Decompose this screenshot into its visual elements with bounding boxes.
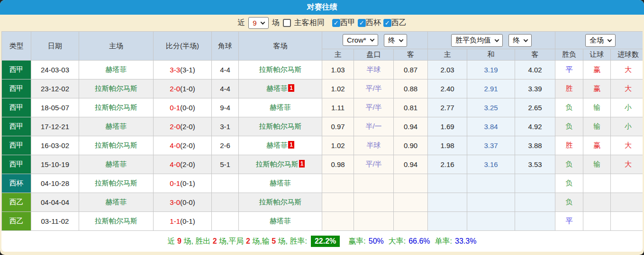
league-badge: 西乙 [2,212,31,231]
result-outcome: 平 [555,212,583,231]
avg-time-select[interactable]: 终 [508,34,532,47]
red-card-badge: 1 [288,141,294,149]
home-team[interactable]: 拉斯帕尔马斯 [79,98,154,117]
summary-record-text: 近 9 场, 胜出 2 场,平局 2 场,输 5 场, 胜率: [168,237,307,246]
league-checkbox-laliga[interactable]: ✓ [332,19,340,27]
period-select[interactable]: 全场 [585,34,616,47]
result-goals: 大 [611,79,643,98]
away-team[interactable]: 拉斯帕尔马斯1 [239,155,322,174]
odds-away [394,193,428,212]
fulltime-score: 3-3 [170,66,180,74]
chevron-down-icon [399,37,404,42]
stat-value: 66.6% [408,237,430,245]
odds-away: 0.94 [394,117,428,136]
league-badge: 西乙 [2,193,31,212]
home-team[interactable]: 拉斯帕尔马斯 [79,136,154,155]
away-team[interactable]: 赫塔菲 [239,212,322,231]
league-label-copa: 西杯 [366,18,381,28]
title-bar: 对赛往绩 [0,0,644,15]
home-team[interactable]: 赫塔菲 [79,117,154,136]
odds-away [394,212,428,231]
league-checkbox-copa[interactable]: ✓ [358,19,366,27]
avg-draw: 3.84 [467,117,515,136]
table-body: 西甲 24-03-03 赫塔菲 3-3(3-1) 4-4 拉斯帕尔马斯 1.03… [2,61,643,231]
table-row: 西甲 24-03-03 赫塔菲 3-3(3-1) 4-4 拉斯帕尔马斯 1.03… [2,61,643,79]
away-team[interactable]: 赫塔菲1 [239,136,322,155]
red-card-badge: 1 [288,84,294,92]
corner-score [212,193,239,212]
home-team[interactable]: 拉斯帕尔马斯 [79,212,154,231]
away-team[interactable]: 拉斯帕尔马斯 [239,61,322,79]
avg-time-select-value: 终 [513,36,520,45]
match-score: 4-0(2-0) [154,155,212,174]
h2h-table: 类型 日期 主场 比分(半场) 角球 客场 Crow* 终 胜平负均值 终 [1,31,643,231]
halftime-score: (3-1) [180,66,195,74]
result-outcome: 胜 [555,79,583,98]
halftime-score: (0-1) [180,217,195,225]
odds-away: 0.94 [394,155,428,174]
odds-handicap: 平/半 [354,98,394,117]
result-handicap [583,174,611,193]
corner-score: 3-1 [212,117,239,136]
avg-home [428,174,467,193]
avg-home [428,212,467,231]
away-team[interactable]: 赫塔菲 [239,174,322,193]
league-checkbox-segunda[interactable]: ✓ [383,19,391,27]
fulltime-score: 4-0 [170,141,180,149]
odds-home [322,174,354,193]
col-header-type: 类型 [2,32,31,61]
odds-time-select[interactable]: 终 [384,34,407,47]
win-rate-badge: 22.2% [311,236,340,247]
home-team[interactable]: 赫塔菲 [79,61,154,79]
avg-draw: 3.16 [467,155,515,174]
odds-home: 0.98 [322,155,354,174]
home-team[interactable]: 拉斯帕尔马斯 [79,79,154,98]
away-team[interactable]: 赫塔菲1 [239,79,322,98]
col-header-avg-home: 主 [428,49,467,61]
home-team[interactable]: 赫塔菲 [79,193,154,212]
fulltime-score: 2-0 [170,85,180,93]
bookmaker-select-value: Crow* [347,36,366,44]
avg-type-select[interactable]: 胜平负均值 [451,34,503,47]
avg-home: 2.40 [428,79,467,98]
fulltime-score: 0-1 [170,104,180,112]
halftime-score: (2-0) [180,123,195,131]
odds-away: 0.90 [394,136,428,155]
avg-draw [467,212,515,231]
avg-away [515,212,555,231]
away-team[interactable]: 赫塔菲 [239,98,322,117]
match-date: 15-10-19 [31,155,79,174]
match-count-select[interactable]: 9 [248,17,268,29]
table-row: 西乙 04-04-04 赫塔菲 3-0(0-0) 拉斯帕尔马斯 负 [2,193,643,212]
odds-handicap: 半球 [354,61,394,79]
odds-handicap: 平/半 [354,79,394,98]
avg-away [515,193,555,212]
match-score: 1-1(0-1) [154,212,212,231]
odds-away: 0.88 [394,79,428,98]
avg-home: 2.03 [428,61,467,79]
odds-handicap: 平/半 [354,155,394,174]
same-venue-label: 主客相同 [294,18,325,28]
result-outcome: 负 [555,98,583,117]
odds-handicap: 半/一 [354,117,394,136]
match-date: 18-05-07 [31,98,79,117]
corner-score: 2-6 [212,136,239,155]
avg-group-header: 胜平负均值 终 [428,32,555,49]
bookmaker-select[interactable]: Crow* [343,34,378,46]
table-panel: 类型 日期 主场 比分(半场) 角球 客场 Crow* 终 胜平负均值 终 [1,31,643,252]
away-team[interactable]: 拉斯帕尔马斯 [239,193,322,212]
same-venue-checkbox[interactable] [283,19,291,27]
match-date: 04-04-04 [31,193,79,212]
result-handicap: 赢 [583,61,611,79]
home-team[interactable]: 赫塔菲 [79,155,154,174]
corner-score: 4-4 [212,79,239,98]
stat-label: 赢率: [348,237,365,245]
away-team[interactable]: 拉斯帕尔马斯 [239,117,322,136]
home-team[interactable]: 拉斯帕尔马斯 [79,174,154,193]
col-header-odds-away: 客 [394,49,428,61]
avg-home: 2.16 [428,155,467,174]
match-score: 3-0(0-0) [154,193,212,212]
odds-handicap [354,212,394,231]
odds-handicap [354,174,394,193]
col-header-avg-away: 客 [515,49,555,61]
